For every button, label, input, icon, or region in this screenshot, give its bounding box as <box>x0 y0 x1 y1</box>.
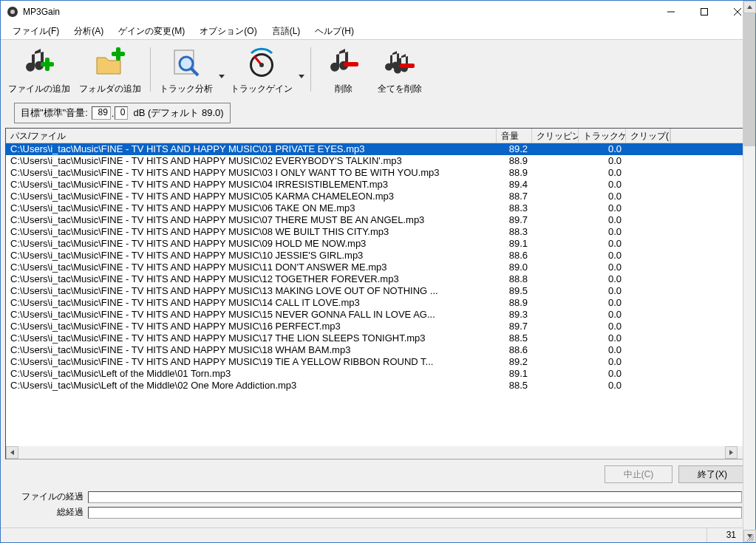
menu-gain[interactable]: ゲインの変更(M) <box>111 24 192 39</box>
table-row[interactable]: C:\Users\i_tac\Music\FINE - TV HITS AND … <box>6 332 750 344</box>
table-row[interactable]: C:\Users\i_tac\Music\FINE - TV HITS AND … <box>6 226 750 238</box>
table-row[interactable]: C:\Users\i_tac\Music\FINE - TV HITS AND … <box>6 167 750 179</box>
table-row[interactable]: C:\Users\i_tac\Music\Left of the Middle\… <box>6 380 750 392</box>
cell-volume: 88.5 <box>497 332 532 344</box>
gauge-icon <box>244 46 279 81</box>
exit-button[interactable]: 終了(X) <box>678 465 746 483</box>
table-row[interactable]: C:\Users\i_tac\Music\FINE - TV HITS AND … <box>6 356 750 368</box>
delete-button[interactable]: 削除 <box>317 44 370 97</box>
cell-volume: 89.1 <box>497 368 532 380</box>
cell-gain: 0.0 <box>579 214 626 226</box>
maximize-button[interactable] <box>687 1 721 23</box>
track-gain-button[interactable]: トラックゲイン <box>228 44 296 97</box>
track-gain-dropdown[interactable] <box>297 44 306 89</box>
cell-clipping <box>532 191 579 202</box>
cell-gain: 0.0 <box>579 380 626 392</box>
menu-language[interactable]: 言語(L) <box>265 24 308 39</box>
menu-analysis[interactable]: 分析(A) <box>67 24 111 39</box>
table-row[interactable]: C:\Users\i_tac\Music\FINE - TV HITS AND … <box>6 309 750 321</box>
client-area: 目標"標準"音量: 89 . 0 dB (デフォルト 89.0) パス/ファイル… <box>1 100 755 527</box>
menu-help[interactable]: ヘルプ(H) <box>307 24 361 39</box>
magnifier-icon <box>168 46 204 81</box>
cell-clip-track <box>626 285 670 297</box>
cell-gain: 0.0 <box>579 179 626 191</box>
minimize-button[interactable] <box>654 1 687 23</box>
scroll-right-icon[interactable] <box>725 446 738 459</box>
cell-volume: 88.5 <box>497 380 532 392</box>
window-controls <box>654 1 754 23</box>
cell-path: C:\Users\i_tac\Music\FINE - TV HITS AND … <box>6 262 497 273</box>
table-row[interactable]: C:\Users\i_tac\Music\FINE - TV HITS AND … <box>6 155 750 167</box>
target-volume-box: 目標"標準"音量: 89 . 0 dB (デフォルト 89.0) <box>14 103 231 123</box>
svg-rect-3 <box>701 9 707 16</box>
cell-gain: 0.0 <box>579 297 626 309</box>
table-row[interactable]: C:\Users\i_tac\Music\FINE - TV HITS AND … <box>6 344 750 356</box>
table-row[interactable]: C:\Users\i_tac\Music\Left of the Middle\… <box>6 368 750 380</box>
track-analysis-dropdown[interactable] <box>217 44 226 89</box>
horizontal-scrollbar[interactable] <box>6 446 750 459</box>
delete-label: 削除 <box>335 83 353 95</box>
stop-button: 中止(C) <box>605 465 672 483</box>
cell-path: C:\Users\i_tac\Music\FINE - TV HITS AND … <box>6 250 497 262</box>
scroll-left-icon[interactable] <box>6 446 18 459</box>
cell-path: C:\Users\i_tac\Music\FINE - TV HITS AND … <box>6 273 497 285</box>
add-file-button[interactable]: ファイルの追加 <box>5 44 73 97</box>
cell-path: C:\Users\i_tac\Music\FINE - TV HITS AND … <box>6 344 497 356</box>
table-row[interactable]: C:\Users\i_tac\Music\FINE - TV HITS AND … <box>6 214 750 226</box>
cell-clipping <box>532 380 579 392</box>
cell-path: C:\Users\i_tac\Music\FINE - TV HITS AND … <box>6 356 497 368</box>
table-row[interactable]: C:\Users\i_tac\Music\FINE - TV HITS AND … <box>6 262 750 273</box>
cell-path: C:\Users\i_tac\Music\FINE - TV HITS AND … <box>6 202 497 214</box>
cell-clipping <box>532 202 579 214</box>
menu-file[interactable]: ファイル(F) <box>5 24 67 39</box>
cell-gain: 0.0 <box>579 167 626 179</box>
cell-clip-track <box>626 143 670 155</box>
cell-gain: 0.0 <box>579 344 626 356</box>
cell-clipping <box>532 273 579 285</box>
cell-volume: 89.2 <box>497 143 532 155</box>
track-analysis-button[interactable]: トラック分析 <box>157 44 216 97</box>
table-row[interactable]: C:\Users\i_tac\Music\FINE - TV HITS AND … <box>6 273 750 285</box>
track-analysis-label: トラック分析 <box>160 83 213 95</box>
progress-area: ファイルの経過 総経過 <box>5 491 751 527</box>
table-row[interactable]: C:\Users\i_tac\Music\FINE - TV HITS AND … <box>6 297 750 309</box>
col-clip-track[interactable]: クリップ(トラ... <box>626 129 670 143</box>
delete-all-button[interactable]: 全てを削除 <box>373 44 426 97</box>
vertical-scrollbar[interactable] <box>743 143 750 446</box>
table-row[interactable]: C:\Users\i_tac\Music\FINE - TV HITS AND … <box>6 285 750 297</box>
cell-clip-track <box>626 214 670 226</box>
scrollbar-thumb[interactable] <box>743 143 750 146</box>
cell-gain: 0.0 <box>579 250 626 262</box>
cell-volume: 89.7 <box>497 321 532 332</box>
cell-clip-track <box>626 238 670 250</box>
cell-clip-track <box>626 297 670 309</box>
col-volume[interactable]: 音量 <box>497 129 532 143</box>
cell-clip-track <box>626 191 670 202</box>
table-row[interactable]: C:\Users\i_tac\Music\FINE - TV HITS AND … <box>6 238 750 250</box>
cell-clipping <box>532 143 579 155</box>
col-clipping[interactable]: クリッピン... <box>532 129 579 143</box>
table-row[interactable]: C:\Users\i_tac\Music\FINE - TV HITS AND … <box>6 191 750 202</box>
menu-options[interactable]: オプション(O) <box>192 24 264 39</box>
col-track-gain[interactable]: トラックゲ... <box>579 129 626 143</box>
table-row[interactable]: C:\Users\i_tac\Music\FINE - TV HITS AND … <box>6 179 750 191</box>
cell-volume: 89.1 <box>497 238 532 250</box>
target-suffix: dB (デフォルト 89.0) <box>133 106 223 120</box>
table-row[interactable]: C:\Users\i_tac\Music\FINE - TV HITS AND … <box>6 143 750 155</box>
toolbar-separator <box>150 47 151 92</box>
target-dec-input[interactable]: 0 <box>115 106 128 120</box>
list-rows[interactable]: C:\Users\i_tac\Music\FINE - TV HITS AND … <box>6 143 750 446</box>
size-grip[interactable] <box>742 528 755 542</box>
cell-gain: 0.0 <box>579 356 626 368</box>
statusbar: 31 <box>1 527 755 542</box>
col-path[interactable]: パス/ファイル <box>6 129 497 143</box>
cell-path: C:\Users\i_tac\Music\FINE - TV HITS AND … <box>6 167 497 179</box>
table-row[interactable]: C:\Users\i_tac\Music\FINE - TV HITS AND … <box>6 321 750 332</box>
table-row[interactable]: C:\Users\i_tac\Music\FINE - TV HITS AND … <box>6 250 750 262</box>
cell-clip-track <box>626 155 670 167</box>
table-row[interactable]: C:\Users\i_tac\Music\FINE - TV HITS AND … <box>6 202 750 214</box>
add-folder-button[interactable]: フォルダの追加 <box>76 44 144 97</box>
target-int-input[interactable]: 89 <box>92 106 111 120</box>
cell-volume: 89.4 <box>497 179 532 191</box>
cell-clip-track <box>626 332 670 344</box>
